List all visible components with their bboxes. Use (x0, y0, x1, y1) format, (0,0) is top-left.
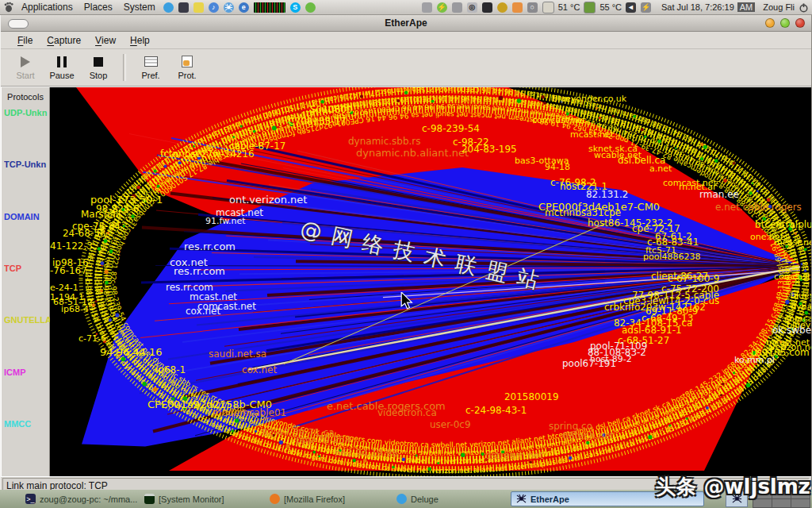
node-label[interactable]: videotron.ca (377, 407, 437, 418)
protocol-tcp-unkn[interactable]: TCP-Unkn (4, 160, 51, 169)
music-player-icon[interactable]: ♪ (209, 2, 219, 13)
menu-view[interactable]: View (88, 32, 123, 48)
node-label[interactable]: mcast.ne (774, 237, 811, 248)
node-label[interactable]: c-98-239-54 (422, 123, 480, 134)
panel-user[interactable]: Zoug Fli (763, 2, 795, 12)
protocol-udp-unkn[interactable]: UDP-Unkn (4, 108, 51, 117)
node-label[interactable]: S010600 (310, 104, 352, 115)
panel-clock-suffix[interactable]: AM (737, 2, 756, 12)
node-label[interactable]: c-71-6 (79, 333, 106, 344)
node-label[interactable]: ppp-70-254 (296, 434, 351, 445)
node-label[interactable]: a.net (649, 164, 672, 174)
node-label[interactable]: blueyonder.co.uk (552, 94, 627, 104)
network-canvas[interactable]: c-98-239-54 comcast.net dynamic.sbb.rs r… (50, 87, 811, 476)
node-label[interactable]: res.rr.com (174, 265, 225, 277)
node-label[interactable]: comcast.net (532, 115, 586, 125)
node-label[interactable]: ko.mm.pl (734, 354, 775, 364)
node-label[interactable]: btcentralplus.c (755, 219, 811, 230)
sticky-note-icon[interactable] (193, 2, 204, 13)
crosshair-icon[interactable]: ◎ (467, 2, 477, 13)
node-label[interactable]: cox.net (242, 364, 277, 375)
node-label[interactable]: 68tech.net (562, 429, 614, 441)
node-label[interactable]: C708135-17 (288, 116, 347, 127)
pause-button[interactable]: Pause (44, 52, 80, 83)
gold-orb-icon[interactable] (497, 2, 508, 13)
task--system-monitor-[interactable]: [System Monitor] (140, 491, 265, 506)
node-label[interactable]: rman.ee (699, 189, 739, 200)
fish-applet-icon[interactable] (512, 2, 523, 13)
close-button[interactable] (795, 18, 805, 28)
protocol-domain[interactable]: DOMAIN (4, 212, 51, 221)
node-label[interactable]: mctnnbsa31cpe (545, 207, 621, 218)
network-app-icon[interactable] (224, 2, 234, 13)
gpu-temp-icon[interactable] (584, 2, 596, 13)
task-deluge[interactable]: Deluge (392, 491, 511, 506)
node-label[interactable]: -76-167 (50, 265, 87, 276)
node-label[interactable]: e.net.cable.rogers (715, 202, 802, 213)
panel-menu-places[interactable]: Places (79, 0, 118, 14)
node-label[interactable]: Marshall (81, 209, 121, 220)
menu-file[interactable]: File (10, 32, 40, 48)
deluge-icon[interactable] (163, 2, 174, 13)
stop-button[interactable]: Stop (80, 52, 117, 83)
browser-icon[interactable]: e (239, 2, 249, 13)
pref-button[interactable]: Pref. (132, 52, 169, 83)
maximize-button[interactable] (780, 18, 790, 28)
screen-share-icon[interactable] (178, 2, 189, 13)
protocol-mmcc[interactable]: MMCC (4, 419, 51, 429)
system-monitor-graph-icon[interactable] (254, 2, 285, 13)
panel-clock[interactable]: Sat Jul 18, 7:26:19 (661, 2, 734, 12)
node-label[interactable]: 82.131.2 (586, 189, 628, 200)
printer-icon[interactable] (452, 2, 462, 13)
start-button[interactable]: Start (7, 52, 44, 83)
protocols-header[interactable]: Protocols (2, 92, 49, 102)
task--mozilla-firefox-[interactable]: [Mozilla Firefox] (265, 491, 392, 506)
protocol-gnutella[interactable]: GNUTELLA (4, 315, 51, 325)
cpu-temp-icon[interactable] (542, 2, 554, 13)
node-label[interactable]: h62.94.19.98 (335, 448, 398, 459)
node-label[interactable]: saudi.net.sa (209, 348, 266, 360)
node-label[interactable]: dstream.net (485, 450, 543, 461)
node-label[interactable]: 94-18 (545, 162, 570, 172)
panel-menu-system[interactable]: System (118, 0, 161, 14)
search-icon[interactable]: ○ (527, 2, 538, 13)
node-label[interactable]: cox.net (186, 306, 220, 317)
shutdown-icon[interactable] (799, 2, 809, 13)
node-label[interactable]: ip68-4 (61, 304, 89, 314)
volume-icon[interactable]: ◄ (626, 2, 636, 13)
node-label[interactable]: user-0c9 (430, 419, 471, 430)
panel-menu-applications[interactable]: Applications (16, 0, 79, 14)
node-label[interactable]: pool67-191 (562, 358, 616, 369)
lock-icon[interactable] (482, 2, 492, 13)
node-label[interactable]: cable-87-17 (229, 140, 285, 152)
protocol-tcp[interactable]: TCP (4, 264, 51, 273)
node-label[interactable]: ip68-1 (155, 364, 186, 375)
minimize-button[interactable] (765, 18, 775, 28)
menu-help[interactable]: Help (123, 32, 157, 48)
task-zoug-zoug-pc-mma-[interactable]: >_zoug@zoug-pc: ~/mma... (21, 491, 140, 506)
skype-icon[interactable]: S (290, 2, 301, 13)
node-label[interactable]: ok.swbell.net (772, 325, 811, 336)
power-manager-icon[interactable]: ⚡ (437, 2, 447, 13)
titlebar[interactable]: EtherApe (1, 15, 811, 32)
plug-icon[interactable]: ⚡ (641, 2, 651, 13)
node-label[interactable]: pool4886238 (643, 252, 700, 262)
node-label[interactable]: dynamic.sbb.rs (348, 136, 420, 147)
node-label[interactable]: dynamic (791, 302, 811, 312)
node-label[interactable]: 201580019 (504, 391, 559, 402)
node-label[interactable]: mcast.net (570, 129, 615, 140)
node-label[interactable]: comcast (774, 271, 811, 282)
node-label[interactable]: modemcable01 (213, 407, 286, 418)
display-pointer-icon[interactable] (422, 2, 432, 13)
node-label[interactable]: 91.fw.net (205, 216, 246, 226)
menu-capture[interactable]: Capture (40, 32, 88, 48)
window-menu-button[interactable] (8, 19, 29, 29)
protocol-icmp[interactable]: ICMP (4, 368, 51, 377)
node-label[interactable]: e-24-1 (50, 283, 79, 293)
node-label[interactable]: c-24-98-43-1 (465, 405, 527, 416)
node-label[interactable]: adsl-68-91-1 (622, 325, 682, 336)
node-label[interactable]: blueyon (791, 291, 811, 301)
node-label[interactable]: 41-122.3 (50, 241, 93, 252)
node-label[interactable]: ont.verizon.net (229, 194, 307, 206)
node-label[interactable]: 94.96.44.16 (100, 346, 162, 358)
